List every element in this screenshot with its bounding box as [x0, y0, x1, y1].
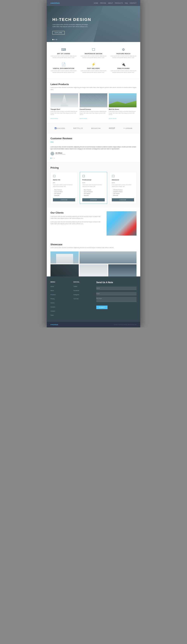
footer-grid: Menu Home About Products Pricing Clients…	[51, 281, 136, 317]
pricing-card-1: ☐ Professional $149 Lorem ipsum dolor si…	[80, 172, 107, 204]
hero-dot-3[interactable]	[56, 39, 57, 40]
feature-desc-3: Lorem ipsum dolor sit amet consectur adi…	[51, 70, 77, 73]
coding-icon: ⌨	[51, 48, 77, 52]
product-read-more-1[interactable]: READ MORE	[80, 118, 87, 119]
pricing-name-0: Starter Kit	[53, 179, 75, 181]
footer-social-title: Social	[74, 281, 94, 283]
pricing-feature-0-3: Renewals	[53, 194, 75, 196]
footer-bottom-logo: ●●entus	[51, 324, 58, 326]
pricing-choose-1[interactable]: CHOOSE	[82, 198, 105, 202]
hero-explore-button[interactable]: EXPLORE	[52, 31, 65, 34]
product-image-2	[109, 93, 136, 107]
showcase-title: Showcase	[51, 243, 136, 246]
footer-link-pricing[interactable]: Pricing	[51, 298, 54, 300]
showcase-section: Showcase Lorem ipsum dolor sit amet cons…	[47, 239, 140, 277]
pricing-icon-1: ☐	[82, 174, 105, 178]
footer-link-careers[interactable]: Careers	[51, 306, 55, 308]
nav-about[interactable]: About	[108, 2, 113, 4]
hero-title: HI-TECH DESIGN	[52, 17, 135, 22]
footer-link-clients[interactable]: Clients	[51, 302, 54, 304]
footer-credit: Aventus Theme Created by StartThemes.com	[114, 324, 136, 325]
footer-link-instagram[interactable]: Instagram	[74, 294, 79, 295]
pricing-feature-0-0: Basic Features	[53, 189, 75, 191]
product-image-1	[80, 93, 107, 107]
pricing-feature-1-3: Renewals	[82, 194, 105, 196]
pricing-price-1: $149	[82, 181, 105, 184]
brand-netflix: NETFLIX	[73, 127, 83, 129]
reviews-section: Customer Reviews ““ Lorem ipsum dolor si…	[47, 133, 140, 162]
nav-products[interactable]: Products	[115, 2, 123, 4]
pricing-icon-2: ☐	[112, 174, 134, 178]
brands-section: ▶ Discord NETFLIX BROADCOM hoop ✦ airbnb	[47, 124, 140, 133]
reviewer-role: Director & president	[55, 154, 65, 155]
feature-title-5: Free Plugins	[110, 68, 136, 69]
navbar: ●●entus Home Pricing About Products FAQ …	[47, 0, 140, 6]
footer-name-input[interactable]	[96, 286, 136, 290]
products-section-title: Latest Products	[51, 83, 136, 86]
pricing-name-1: Professional	[82, 179, 105, 181]
pricing-price-2: $249	[112, 181, 134, 184]
review-dot-3[interactable]	[54, 158, 55, 159]
clients-section: Our Clients Lorem ipsum dolor sit amet c…	[47, 208, 140, 239]
feature-desc-5: Lorem ipsum dolor sit amet consectur adi…	[110, 70, 136, 73]
pricing-choose-2[interactable]: CHOOSE	[112, 198, 134, 202]
nav-contact[interactable]: Contact	[130, 2, 136, 4]
footer-link-contact[interactable]: Contact	[51, 310, 55, 312]
clients-image	[107, 211, 136, 236]
footer-link-products[interactable]: Products	[51, 294, 56, 295]
pricing-choose-0[interactable]: CHOOSE	[53, 198, 75, 202]
pricing-name-2: Advanced	[112, 179, 134, 181]
brand-discord: ▶ Discord	[55, 127, 65, 129]
product-title-1: Curved Corners	[80, 108, 107, 110]
showcase-grid	[51, 252, 136, 276]
product-desc-0: Lorem ipsum dolor sit amet consectetur a…	[51, 111, 78, 115]
hero-dots	[52, 39, 57, 40]
pricing-title: Pricing	[51, 166, 136, 169]
footer-email-input[interactable]	[96, 292, 136, 295]
footer-link-about[interactable]: About	[51, 290, 54, 291]
airbnb-symbol: ✦	[123, 128, 125, 129]
footer-link-twitter[interactable]: Twitter	[74, 286, 77, 287]
pricing-features-0: Basic Features Up to 5 products 24/7 Sup…	[53, 189, 75, 196]
footer-link-facebook[interactable]: Facebook	[74, 290, 79, 291]
footer-submit-button[interactable]: SUBMIT	[96, 306, 108, 309]
product-read-more-0[interactable]: READ MORE	[51, 118, 58, 119]
pricing-desc-0: Lorem ipsum dolor sit amet consectetur a…	[53, 184, 75, 188]
product-image-0	[51, 93, 78, 107]
feature-plugins: 🔌 Free Plugins Lorem ipsum dolor sit ame…	[110, 62, 136, 73]
product-desc-2: Lorem ipsum dolor sit amet consectetur a…	[109, 111, 136, 115]
footer-link-home[interactable]: Home	[51, 286, 54, 287]
pricing-feature-2-2: 24/7 Support	[112, 193, 134, 194]
nav-home[interactable]: Home	[94, 2, 98, 4]
footer-menu-title: Menu	[51, 281, 71, 283]
footer-form-title: Send Us A Note	[96, 281, 136, 284]
showcase-item-4	[79, 264, 108, 276]
logo-dot: ●	[51, 2, 52, 4]
products-grid: Triangle Roof Lorem ipsum dolor sit amet…	[51, 93, 136, 120]
pricing-feature-0-2: 24/7 Support	[53, 193, 75, 194]
pricing-feature-2-0: Unlimited Features	[112, 189, 134, 191]
review-dot-1[interactable]	[51, 158, 51, 159]
product-title-0: Triangle Roof	[51, 108, 78, 110]
hero-dot-2[interactable]	[54, 39, 55, 40]
footer-link-team[interactable]: Team	[51, 314, 54, 316]
product-card-2: Bird On Green Lorem ipsum dolor sit amet…	[109, 93, 136, 120]
pricing-features-2: Unlimited Features Unlimited products 24…	[112, 189, 134, 196]
review-dot-2[interactable]	[52, 158, 53, 159]
feature-title-3: Useful Documentation	[51, 68, 77, 69]
footer-contact-form: Send Us A Note SUBMIT	[96, 281, 136, 317]
footer-message-input[interactable]	[96, 297, 136, 302]
logo-text: ●entus	[52, 2, 60, 4]
hero-dot-1[interactable]	[52, 39, 54, 40]
clients-text-2: Lorem ipsum dolor sit amet consectetur a…	[51, 221, 104, 225]
feature-title-0: Art Of Coding	[51, 53, 77, 54]
nav-pricing[interactable]: Pricing	[100, 2, 106, 4]
clients-title: Our Clients	[51, 211, 104, 214]
reviewer-avatar	[51, 152, 54, 156]
feature-reach: ⚙ Feature Reach Lorem ipsum dolor sit am…	[110, 48, 136, 58]
nav-faq[interactable]: FAQ	[125, 2, 128, 4]
pricing-features-1: Basic Features Up to 20 products 24/7 Su…	[82, 189, 105, 196]
footer-link-youtube[interactable]: YouTube	[74, 298, 79, 300]
latest-products-section: Latest Products Lorem ipsum dolor sit am…	[47, 79, 140, 123]
product-read-more-2[interactable]: READ MORE	[109, 118, 116, 119]
